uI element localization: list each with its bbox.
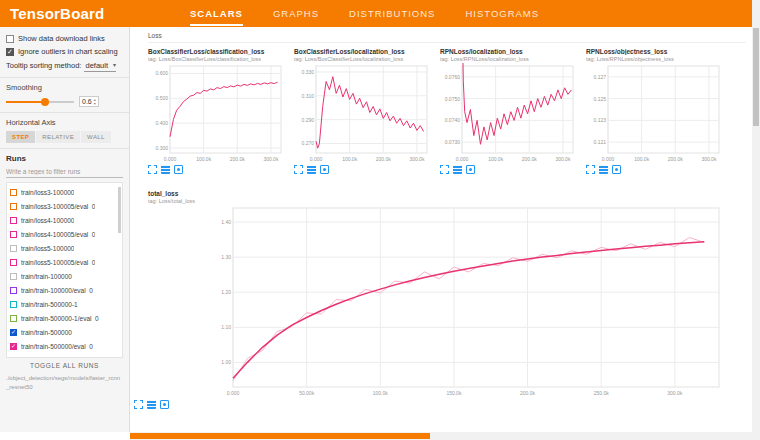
svg-text:0.0750: 0.0750 (445, 96, 461, 102)
run-row[interactable]: ✓ train/loss3-100005/eval_0 (10, 199, 121, 213)
svg-text:0.121: 0.121 (593, 139, 606, 145)
run-label[interactable]: train/train-500000-1 (21, 301, 78, 308)
run-list-scrollbar[interactable] (118, 187, 121, 233)
slider-fill (6, 101, 45, 103)
axis-mode-button[interactable]: STEP (6, 131, 35, 143)
run-row[interactable]: ✓ train/train-500000-1 (10, 297, 121, 311)
runs-filter-input[interactable] (6, 166, 123, 178)
tooltip-sort-row: Tooltip sorting method: default ▾ (6, 61, 123, 72)
tooltip-sort-dropdown[interactable]: default ▾ (84, 61, 116, 72)
run-checkbox[interactable]: ✓ (10, 245, 17, 252)
pin-icon[interactable] (320, 165, 329, 174)
run-row[interactable]: ✓ train/train-500000/eval_0 (10, 339, 121, 353)
run-label[interactable]: train/loss4-100000 (21, 217, 74, 224)
svg-text:0.270: 0.270 (301, 140, 314, 146)
run-label[interactable]: train/train-100000/eval_0 (21, 287, 93, 294)
run-selector-icon[interactable] (599, 165, 608, 174)
cards-row: BoxClassifierLoss/classification_loss ta… (148, 48, 752, 174)
nav-tab[interactable]: HISTOGRAMS (465, 1, 539, 26)
run-selector-icon[interactable] (307, 165, 316, 174)
run-label[interactable]: train/loss5-100005/eval_0 (21, 259, 95, 266)
run-row[interactable]: ✓ train/loss4-100005/eval_0 (10, 227, 121, 241)
total-loss-chart[interactable]: 1.001.101.201.301.400.00050.00k100.0k150… (203, 205, 752, 397)
chart-title: RPNLoss/localization_loss (440, 48, 577, 55)
run-checkbox[interactable]: ✓ (10, 203, 17, 210)
spinner-icon[interactable]: ▴▾ (94, 98, 96, 105)
run-label[interactable]: train/loss5-100000 (21, 245, 74, 252)
fullscreen-icon[interactable] (440, 165, 449, 174)
smoothing-value-input[interactable]: 0.6 ▴▾ (79, 96, 99, 107)
svg-text:0.330: 0.330 (301, 69, 314, 75)
fullscreen-icon[interactable] (134, 400, 143, 409)
checkbox-icon[interactable]: ✓ (6, 48, 14, 56)
settings-checkbox-row[interactable]: ✓ Ignore outliers in chart scaling (6, 48, 123, 57)
run-checkbox[interactable]: ✓ (10, 231, 17, 238)
run-checkbox[interactable]: ✓ (10, 301, 17, 308)
run-label[interactable]: train/loss4-100005/eval_0 (21, 231, 95, 238)
run-row[interactable]: ✓ train/loss3-100000 (10, 185, 121, 199)
svg-text:300.0k: 300.0k (409, 156, 425, 162)
run-checkbox[interactable]: ✓ (10, 329, 17, 336)
smoothing-slider[interactable] (6, 101, 74, 103)
horizontal-scrollbar[interactable] (130, 432, 752, 440)
run-selector-icon[interactable] (147, 400, 156, 409)
pin-icon[interactable] (612, 165, 621, 174)
pin-icon[interactable] (466, 165, 475, 174)
run-label[interactable]: train/train-500000 (21, 329, 72, 336)
settings-checkbox-row[interactable]: ✓ Show data download links (6, 35, 123, 44)
fullscreen-icon[interactable] (148, 165, 157, 174)
line-chart[interactable]: 0.1210.1230.1250.1270.000100.0k200.0k300… (586, 63, 723, 163)
run-checkbox[interactable]: ✓ (10, 217, 17, 224)
nav-tab[interactable]: DISTRIBUTIONS (349, 1, 435, 26)
run-label[interactable]: train/loss3-100000 (21, 189, 74, 196)
tooltip-sort-label: Tooltip sorting method: (6, 61, 81, 70)
run-row[interactable]: ✓ train/loss5-100005/eval_0 (10, 255, 121, 269)
nav-tab-label: HISTOGRAMS (465, 8, 539, 19)
run-label[interactable]: train/train-500000-1/eval_0 (21, 315, 99, 322)
checkbox-icon[interactable]: ✓ (6, 35, 14, 43)
line-chart[interactable]: 0.2700.2900.3100.3300.000100.0k200.0k300… (294, 63, 431, 163)
run-row[interactable]: ✓ train/loss5-100000 (10, 241, 121, 255)
toggle-all-runs-button[interactable]: TOGGLE ALL RUNS (6, 358, 123, 371)
run-checkbox[interactable]: ✓ (10, 315, 17, 322)
run-checkbox[interactable]: ✓ (10, 189, 17, 196)
line-chart[interactable]: 0.3000.4000.5000.6000.000100.0k200.0k300… (148, 63, 285, 163)
vertical-scrollbar-thumb[interactable] (753, 28, 759, 126)
vertical-scrollbar[interactable] (752, 0, 760, 440)
run-label[interactable]: train/loss3-100005/eval_0 (21, 203, 95, 210)
run-label[interactable]: train/train-100000 (21, 273, 72, 280)
run-row[interactable]: ✓ train/train-100000 (10, 269, 121, 283)
category-header[interactable]: Loss (148, 30, 746, 43)
svg-text:100.0k: 100.0k (634, 156, 650, 162)
horizontal-scrollbar-thumb[interactable] (130, 433, 430, 439)
pin-icon[interactable] (160, 400, 169, 409)
scalar-chart-card: BoxClassifierLoss/classification_loss ta… (148, 48, 285, 174)
scalar-chart-card: RPNLoss/objectness_loss tag: Loss/RPNLos… (586, 48, 723, 174)
smoothing-value: 0.6 (82, 98, 92, 105)
axis-mode-button[interactable]: WALL (81, 131, 111, 143)
slider-knob[interactable] (41, 98, 49, 106)
run-label[interactable]: train/train-500000/eval_0 (21, 343, 93, 350)
run-checkbox[interactable]: ✓ (10, 287, 17, 294)
svg-text:1.40: 1.40 (221, 219, 231, 225)
run-row[interactable]: ✓ train/loss4-100000 (10, 213, 121, 227)
scalar-chart-card: BoxClassifierLoss/localization_loss tag:… (294, 48, 431, 174)
run-row[interactable]: ✓ train/train-500000 (10, 325, 121, 339)
run-checkbox[interactable]: ✓ (10, 273, 17, 280)
divider (0, 148, 129, 149)
pin-icon[interactable] (174, 165, 183, 174)
nav-tab[interactable]: GRAPHS (273, 1, 319, 26)
run-selector-icon[interactable] (161, 165, 170, 174)
nav-tab[interactable]: SCALARS (190, 1, 243, 26)
run-row[interactable]: ✓ train/train-100000/eval_0 (10, 283, 121, 297)
axis-mode-button[interactable]: RELATIVE (36, 131, 80, 143)
line-chart[interactable]: 0.07300.07400.07500.07600.000100.0k200.0… (440, 63, 577, 163)
run-checkbox[interactable]: ✓ (10, 343, 17, 350)
fullscreen-icon[interactable] (294, 165, 303, 174)
nav-tab-label: DISTRIBUTIONS (349, 8, 435, 19)
scalars-dashboard: Loss BoxClassifierLoss/classification_lo… (131, 27, 752, 432)
run-selector-icon[interactable] (453, 165, 462, 174)
run-checkbox[interactable]: ✓ (10, 259, 17, 266)
fullscreen-icon[interactable] (586, 165, 595, 174)
run-row[interactable]: ✓ train/train-500000-1/eval_0 (10, 311, 121, 325)
